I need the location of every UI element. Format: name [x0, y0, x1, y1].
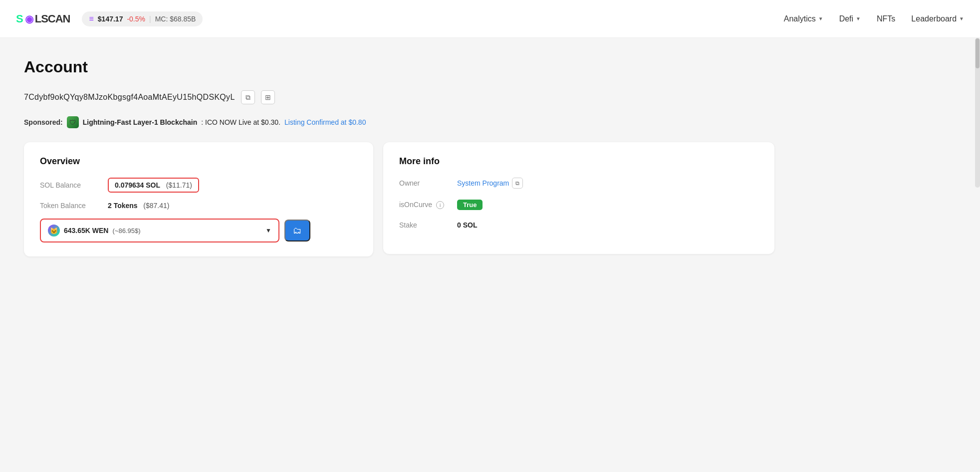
stake-row: Stake 0 SOL — [399, 221, 758, 229]
is-on-curve-info-icon: i — [436, 201, 444, 209]
page-title: Account — [24, 58, 774, 76]
copy-icon: ⧉ — [245, 93, 250, 102]
overview-card: Overview SOL Balance 0.079634 SOL ($11.7… — [24, 142, 373, 256]
sol-change: -0.5% — [127, 15, 145, 23]
token-balance-row: Token Balance 2 Tokens ($87.41) — [40, 202, 357, 210]
more-info-card: More info Owner System Program ⧉ isOnCur… — [383, 142, 774, 254]
is-on-curve-row: isOnCurve i True — [399, 200, 758, 210]
qr-icon: ⊞ — [265, 93, 271, 101]
market-cap: MC: $68.85B — [155, 15, 196, 23]
token-name: 643.65K WEN — [64, 227, 108, 235]
sol-balance-label: SOL Balance — [40, 181, 100, 189]
owner-value[interactable]: System Program ⧉ — [457, 178, 523, 189]
token-usd-value: (~86.95$) — [112, 227, 140, 235]
token-balance-label: Token Balance — [40, 202, 100, 210]
stake-label: Stake — [399, 221, 449, 229]
token-icon: 🐱 — [48, 225, 60, 236]
sponsor-link[interactable]: Listing Confirmed at $0.80 — [284, 118, 366, 126]
token-selector[interactable]: 🐱 643.65K WEN (~86.95$) ▼ — [40, 219, 279, 242]
analytics-chevron-icon: ▼ — [818, 16, 823, 21]
nav-leaderboard[interactable]: Leaderboard ▼ — [911, 14, 964, 23]
token-dropdown-row: 🐱 643.65K WEN (~86.95$) ▼ 🗂 — [40, 219, 357, 242]
nav-analytics[interactable]: Analytics ▼ — [784, 14, 823, 23]
sponsor-name: Lightning-Fast Layer-1 Blockchain — [83, 118, 197, 126]
sponsor-text: : ICO NOW Live at $0.30. — [201, 118, 280, 126]
copy-address-button[interactable]: ⧉ — [241, 90, 255, 104]
scrollbar-thumb[interactable] — [976, 38, 980, 68]
sol-balance-usd: ($11.71) — [166, 181, 192, 189]
defi-chevron-icon: ▼ — [856, 16, 861, 21]
main-nav: Analytics ▼ Defi ▼ NFTs Leaderboard ▼ — [784, 14, 964, 23]
sponsored-banner: Sponsored: 🛡 Lightning-Fast Layer-1 Bloc… — [24, 116, 774, 128]
sponsor-logo-icon: 🛡 — [67, 116, 79, 128]
wallet-address: 7Cdybf9okQYqy8MJzoKbgsgf4AoaMtAEyU15hQDS… — [24, 93, 235, 102]
main-content: Account 7Cdybf9okQYqy8MJzoKbgsgf4AoaMtAE… — [0, 38, 798, 276]
sol-icon: ≡ — [89, 14, 93, 23]
sol-balance-value: 0.079634 SOL ($11.71) — [108, 178, 199, 193]
sol-balance-row: SOL Balance 0.079634 SOL ($11.71) — [40, 178, 357, 193]
header: S ◉ LSCAN ≡ $147.17 -0.5% | MC: $68.85B … — [0, 0, 980, 38]
wallet-icon: 🗂 — [293, 226, 302, 236]
more-info-card-title: More info — [399, 156, 758, 167]
sol-amount: 0.079634 SOL — [115, 181, 160, 189]
owner-label: Owner — [399, 179, 449, 187]
price-pill: ≡ $147.17 -0.5% | MC: $68.85B — [82, 11, 203, 26]
leaderboard-chevron-icon: ▼ — [959, 16, 964, 21]
nav-nfts[interactable]: NFTs — [877, 14, 895, 23]
wallet-button[interactable]: 🗂 — [284, 220, 310, 241]
cards-row: Overview SOL Balance 0.079634 SOL ($11.7… — [24, 142, 774, 256]
logo[interactable]: S ◉ LSCAN — [16, 12, 70, 25]
stake-value: 0 SOL — [457, 221, 477, 229]
scrollbar-track[interactable] — [975, 38, 980, 188]
sponsored-label: Sponsored: — [24, 118, 63, 126]
copy-owner-button[interactable]: ⧉ — [512, 178, 523, 189]
overview-card-title: Overview — [40, 156, 357, 167]
qr-code-button[interactable]: ⊞ — [261, 90, 275, 104]
is-on-curve-badge: True — [457, 200, 483, 210]
is-on-curve-label: isOnCurve i — [399, 201, 449, 210]
token-dropdown-chevron-icon: ▼ — [265, 227, 271, 234]
sol-price: $147.17 — [98, 15, 123, 23]
token-balance-value: 2 Tokens ($87.41) — [108, 202, 169, 210]
owner-row: Owner System Program ⧉ — [399, 178, 758, 189]
nav-defi[interactable]: Defi ▼ — [839, 14, 861, 23]
address-row: 7Cdybf9okQYqy8MJzoKbgsgf4AoaMtAEyU15hQDS… — [24, 90, 774, 104]
